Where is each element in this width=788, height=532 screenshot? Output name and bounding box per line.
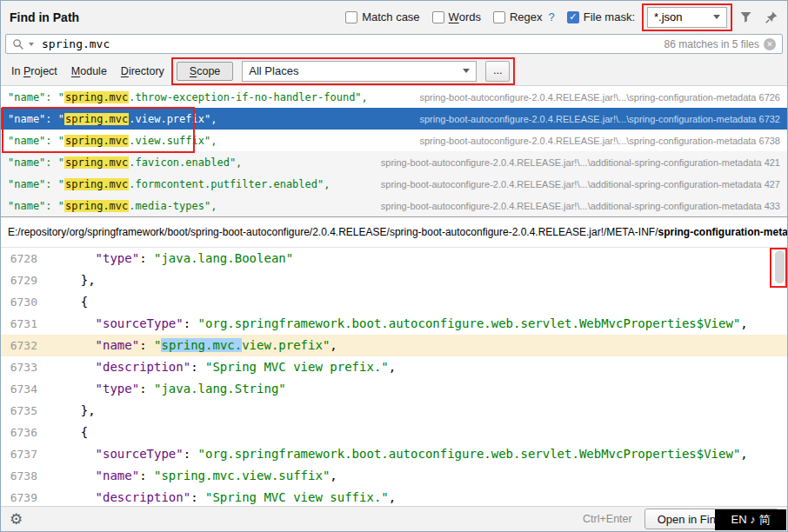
chevron-down-icon xyxy=(463,69,470,73)
line-number: 6732 xyxy=(1,335,51,356)
file-mask-value: *.json xyxy=(654,10,708,23)
result-row[interactable]: "name": "spring.mvc.throw-exception-if-n… xyxy=(1,86,787,108)
result-row[interactable]: "name": "spring.mvc.view.suffix",spring-… xyxy=(1,130,787,151)
code-text: "sourceType": "org.springframework.boot.… xyxy=(51,443,748,465)
match-highlight: spring.mvc xyxy=(64,113,129,125)
chevron-down-icon xyxy=(713,15,720,19)
line-number: 6735 xyxy=(1,400,51,422)
match-highlight: spring.mvc xyxy=(64,135,129,147)
code-text: "description": "Spring MVC view prefix."… xyxy=(51,356,396,378)
result-code: "name": "spring.mvc.view.prefix", xyxy=(8,113,217,125)
checkbox-label: File mask: xyxy=(584,10,635,23)
code-line: 6728 "type": "java.lang.Boolean" xyxy=(1,248,787,269)
code-line: 6733 "description": "Spring MVC view pre… xyxy=(1,356,787,378)
result-location: spring-boot-autoconfigure-2.0.4.RELEASE.… xyxy=(407,92,780,103)
search-history-chevron-icon[interactable] xyxy=(29,43,34,46)
code-text: "name": "spring.mvc.view.suffix", xyxy=(51,465,337,487)
scope-tab-module[interactable]: Module xyxy=(71,65,107,77)
match-highlight: spring.mvc xyxy=(64,200,129,212)
result-row[interactable]: "name": "spring.mvc.favicon.enabled",spr… xyxy=(1,151,787,173)
code-line: 6730 { xyxy=(1,291,787,313)
code-text: }, xyxy=(51,400,96,422)
checkbox-label: Regex xyxy=(510,10,543,23)
checkbox-label: Words xyxy=(449,10,481,23)
code-line: 6739 "description": "Spring MVC view suf… xyxy=(1,487,787,506)
match-highlight: spring.mvc xyxy=(64,178,129,190)
line-number: 6736 xyxy=(1,422,51,443)
filter-icon[interactable] xyxy=(739,10,752,23)
scope-select[interactable]: All Places xyxy=(242,61,477,82)
code-text: "description": "Spring MVC view suffix."… xyxy=(51,487,396,506)
code-line: 6729 }, xyxy=(1,269,787,291)
scrollbar-thumb[interactable] xyxy=(775,250,785,283)
result-location: spring-boot-autoconfigure-2.0.4.RELEASE.… xyxy=(369,157,780,168)
code-line: 6737 "sourceType": "org.springframework.… xyxy=(1,443,787,465)
file-path-filename: spring-configuration-metada xyxy=(658,226,787,238)
line-number: 6731 xyxy=(1,313,51,335)
code-text: { xyxy=(51,291,88,313)
code-line: 6738 "name": "spring.mvc.view.suffix", xyxy=(1,465,787,487)
scope-browse-button[interactable]: ... xyxy=(485,61,510,82)
search-query[interactable]: spring.mvc xyxy=(42,37,110,50)
words-checkbox[interactable]: Words xyxy=(432,10,481,23)
file-path: E:/repository/org/springframework/boot/s… xyxy=(1,217,787,248)
code-text: }, xyxy=(51,269,96,291)
code-line: 6734 "type": "java.lang.String" xyxy=(1,378,787,400)
scope-selected-slot: Scope xyxy=(177,62,233,81)
gear-icon[interactable]: ⚙ xyxy=(10,512,23,527)
checkbox-box xyxy=(567,11,579,23)
file-mask-checkbox[interactable]: File mask: xyxy=(567,10,635,23)
match-count: 86 matches in 5 files xyxy=(664,38,759,50)
result-code: "name": "spring.mvc.media-types", xyxy=(8,200,217,212)
pin-icon[interactable] xyxy=(765,10,778,24)
results-list: "name": "spring.mvc.throw-exception-if-n… xyxy=(1,85,787,216)
code-line: 6735 }, xyxy=(1,400,787,422)
result-location: spring-boot-autoconfigure-2.0.4.RELEASE.… xyxy=(407,136,780,146)
file-path-prefix: E:/repository/org/springframework/boot/s… xyxy=(8,226,658,238)
result-code: "name": "spring.mvc.throw-exception-if-n… xyxy=(8,91,368,103)
match-case-checkbox[interactable]: Match case xyxy=(345,10,419,23)
result-location: spring-boot-autoconfigure-2.0.4.RELEASE.… xyxy=(369,201,780,211)
line-number: 6739 xyxy=(1,487,51,506)
match-highlight: spring.mvc xyxy=(64,156,129,169)
regex-checkbox[interactable]: Regex ? xyxy=(493,10,555,23)
checkbox-label: Match case xyxy=(362,10,419,23)
scope-tab-directory[interactable]: Directory xyxy=(121,65,164,77)
checkbox-box xyxy=(493,11,505,23)
search-icon xyxy=(12,38,24,50)
result-location: spring-boot-autoconfigure-2.0.4.RELEASE.… xyxy=(407,114,780,124)
result-code: "name": "spring.mvc.formcontent.putfilte… xyxy=(8,178,330,190)
match-highlight: spring.mvc xyxy=(64,91,129,103)
dialog-header: Find in Path Match case Words Regex ? Fi… xyxy=(1,1,787,33)
result-location: spring-boot-autoconfigure-2.0.4.RELEASE.… xyxy=(369,179,780,190)
file-mask-select[interactable]: *.json xyxy=(647,7,727,28)
scope-tab-in-project[interactable]: In Project xyxy=(11,65,57,77)
search-row: spring.mvc 86 matches in 5 files ✕ xyxy=(1,33,787,57)
scope-value: All Places xyxy=(249,64,457,77)
line-number: 6728 xyxy=(1,248,51,269)
code-text: "type": "java.lang.Boolean" xyxy=(51,248,293,269)
scope-tabs: In ProjectModuleDirectory xyxy=(11,65,164,77)
code-text: "sourceType": "org.springframework.boot.… xyxy=(51,313,748,335)
code-line: 6736 { xyxy=(1,422,787,443)
code-editor[interactable]: 6728 "type": "java.lang.Boolean"6729 },6… xyxy=(1,248,787,506)
result-row[interactable]: "name": "spring.mvc.formcontent.putfilte… xyxy=(1,173,787,195)
regex-help-link[interactable]: ? xyxy=(549,10,555,23)
checkbox-box xyxy=(432,11,444,23)
find-in-path-dialog: Find in Path Match case Words Regex ? Fi… xyxy=(0,0,788,532)
scope-tab-scope[interactable]: Scope xyxy=(177,62,233,81)
shortcut-hint: Ctrl+Enter xyxy=(583,513,632,525)
result-row[interactable]: "name": "spring.mvc.view.prefix",spring-… xyxy=(1,108,787,130)
search-field[interactable]: spring.mvc 86 matches in 5 files ✕ xyxy=(5,34,783,54)
line-number: 6733 xyxy=(1,356,51,378)
code-text: { xyxy=(51,422,88,443)
footer: ⚙ Ctrl+Enter Open in Find Window xyxy=(1,506,787,531)
clear-search-icon[interactable]: ✕ xyxy=(764,38,776,50)
result-code: "name": "spring.mvc.view.suffix", xyxy=(8,135,217,147)
scope-bar: In ProjectModuleDirectory Scope All Plac… xyxy=(1,57,787,85)
result-row[interactable]: "name": "spring.mvc.media-types",spring-… xyxy=(1,195,787,216)
line-number: 6737 xyxy=(1,443,51,465)
code-line: 6731 "sourceType": "org.springframework.… xyxy=(1,313,787,335)
code-line: 6732 "name": "spring.mvc.view.prefix", xyxy=(1,335,787,356)
scope-group: Scope All Places ... xyxy=(177,61,510,82)
